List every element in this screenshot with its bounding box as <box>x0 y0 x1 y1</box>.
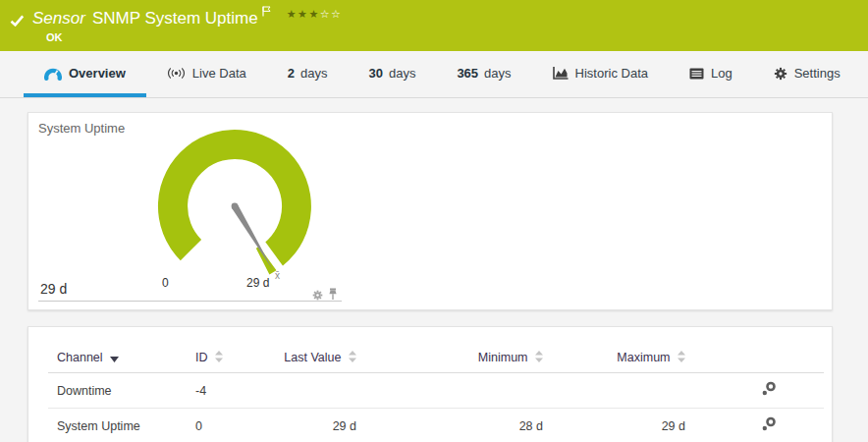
gauge-current-value: 29 d <box>40 281 67 297</box>
settings-gear-icon <box>774 67 787 81</box>
tab-label: days <box>484 66 511 81</box>
column-header-minimum[interactable]: Minimum <box>356 344 543 373</box>
tab-label: Historic Data <box>575 66 648 81</box>
column-header-actions <box>685 344 824 373</box>
cell-channel[interactable]: System Uptime <box>48 409 195 442</box>
tab-30-days[interactable]: 30 days <box>348 51 436 97</box>
column-label: ID <box>195 351 208 364</box>
tab-number: 30 <box>368 66 382 81</box>
cell-channel[interactable]: Downtime <box>48 373 195 409</box>
cell-minimum: 28 d <box>356 409 543 442</box>
column-header-channel[interactable]: Channel <box>48 344 195 373</box>
overview-gauge-panel: System Uptime 0 29 d x̄ 29 d <box>27 112 833 310</box>
column-header-id[interactable]: ID <box>195 344 284 373</box>
stars-empty: ☆☆ <box>320 8 343 20</box>
stars-filled: ★★★ <box>287 8 320 20</box>
channel-settings-button[interactable] <box>685 373 824 409</box>
channels-table: Channel ID Last Value <box>48 344 824 442</box>
tab-label: days <box>300 66 327 81</box>
table-row[interactable]: Downtime -4 <box>48 373 824 409</box>
channels-table-panel: Channel ID Last Value <box>27 326 833 442</box>
table-row[interactable]: System Uptime 0 29 d 28 d 29 d <box>48 409 824 442</box>
gauge-icon <box>44 67 62 81</box>
sort-icon <box>535 352 543 365</box>
column-label: Channel <box>57 351 103 364</box>
sort-desc-icon <box>110 352 119 365</box>
gauge-widget-actions <box>312 287 338 304</box>
gauge-scale-max: 29 d <box>246 276 269 290</box>
page-title: SNMP System Uptime <box>92 9 258 28</box>
sort-icon <box>678 352 685 365</box>
pin-icon[interactable] <box>328 287 338 304</box>
live-data-icon <box>167 68 186 79</box>
channel-settings-button[interactable] <box>685 409 824 442</box>
flag-icon[interactable] <box>262 3 271 21</box>
column-label: Minimum <box>478 351 528 364</box>
sensor-type-label: Sensor <box>32 9 85 28</box>
gauge-ring <box>38 128 342 302</box>
tab-label: Overview <box>69 66 126 81</box>
tab-bar: Overview Live Data 2 days 30 days 365 da… <box>0 51 868 98</box>
cell-last-value <box>284 373 356 409</box>
table-header-row: Channel ID Last Value <box>48 344 824 373</box>
sort-icon <box>215 352 223 365</box>
cell-id: -4 <box>195 373 284 409</box>
column-label: Maximum <box>617 351 670 364</box>
tab-log[interactable]: Log <box>669 51 753 97</box>
cell-maximum: 29 d <box>543 409 685 442</box>
prtg-sensor-page: { "header": { "type_label": "Sensor", "t… <box>0 0 868 442</box>
cell-maximum <box>543 373 685 409</box>
gauge-average-marker: x̄ <box>275 270 280 281</box>
historic-data-icon <box>553 67 569 80</box>
uptime-gauge[interactable]: 0 29 d x̄ 29 d <box>38 128 342 302</box>
column-header-last-value[interactable]: Last Value <box>284 344 356 373</box>
column-label: Last Value <box>284 351 341 364</box>
column-header-maximum[interactable]: Maximum <box>543 344 685 373</box>
tab-overview[interactable]: Overview <box>24 51 146 97</box>
log-icon <box>689 68 704 80</box>
gear-icon[interactable] <box>312 287 323 304</box>
sort-icon <box>349 352 356 365</box>
tab-2-days[interactable]: 2 days <box>267 51 349 97</box>
status-badge: OK <box>46 31 868 43</box>
channel-settings-icon <box>761 386 777 400</box>
cell-id: 0 <box>195 409 284 442</box>
tab-number: 365 <box>457 66 478 81</box>
tab-number: 2 <box>288 66 295 81</box>
cell-last-value: 29 d <box>284 409 356 442</box>
tab-label: Live Data <box>192 66 246 81</box>
tab-historic-data[interactable]: Historic Data <box>532 51 669 97</box>
tab-label: Settings <box>794 66 841 81</box>
cell-minimum <box>356 373 543 409</box>
gauge-scale-min: 0 <box>162 276 169 290</box>
channel-settings-icon <box>761 421 777 435</box>
tab-365-days[interactable]: 365 days <box>436 51 531 97</box>
status-ok-check-icon <box>10 13 25 30</box>
tab-label: days <box>389 66 415 81</box>
tab-settings[interactable]: Settings <box>753 51 861 97</box>
tab-label: Log <box>711 66 732 81</box>
sensor-status-header: Sensor SNMP System Uptime ★★★☆☆ OK <box>0 0 868 51</box>
tab-live-data[interactable]: Live Data <box>146 51 267 97</box>
priority-rating[interactable]: ★★★☆☆ <box>287 8 343 21</box>
